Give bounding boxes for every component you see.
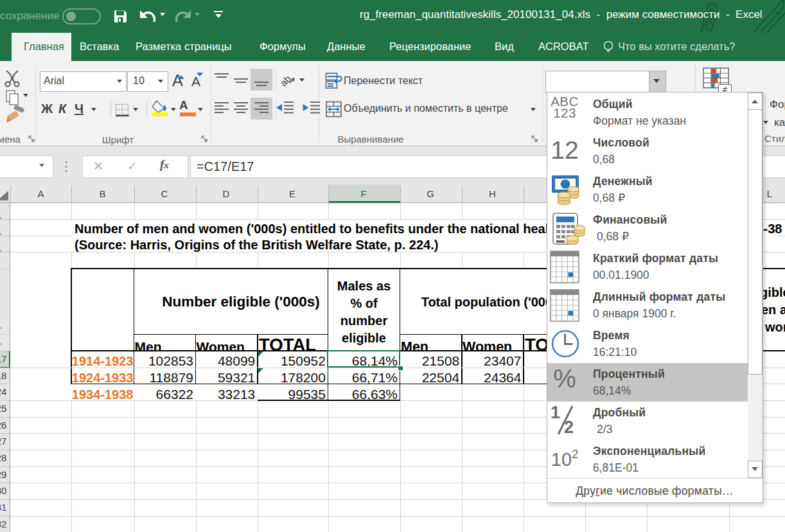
svg-text:ab: ab [281, 73, 293, 88]
